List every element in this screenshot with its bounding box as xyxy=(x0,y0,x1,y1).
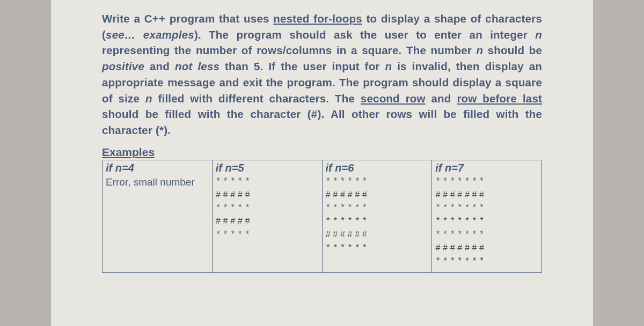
text-bold: square xyxy=(506,76,542,88)
text: . xyxy=(167,124,171,136)
text: representing the number of rows/columns … xyxy=(102,44,477,56)
example-cell-n5: if n=5 ***** ##### ***** ##### ***** xyxy=(212,160,322,273)
text: Write a C++ program that uses xyxy=(102,12,273,25)
text-italic: see… examples xyxy=(106,28,194,41)
text: and xyxy=(144,60,175,72)
pattern-output: ***** ##### ***** ##### ***** xyxy=(216,175,319,242)
column-header: if n=5 xyxy=(216,161,319,174)
text: of size xyxy=(102,92,145,105)
text-underline: nested for-loops xyxy=(273,12,362,25)
example-cell-n4: if n=4 Error, small number xyxy=(103,160,213,273)
pattern-output: ******* ####### ******* ******* ******* … xyxy=(435,175,538,269)
text-italic: not less xyxy=(175,60,219,72)
text-bold: (#) xyxy=(308,108,321,120)
text: ). The program should ask the user to en… xyxy=(194,28,535,41)
examples-heading: Examples xyxy=(102,146,542,159)
problem-statement: Write a C++ program that uses nested for… xyxy=(102,11,542,138)
var-n: n xyxy=(535,28,542,41)
example-cell-n6: if n=6 ****** ###### ****** ****** #####… xyxy=(322,160,432,273)
var-n: n xyxy=(477,44,484,56)
text-bold: (*) xyxy=(156,124,167,136)
text-italic: positive xyxy=(102,60,144,72)
cell-body: Error, small number xyxy=(106,175,209,189)
text: than 5. If the user input for xyxy=(219,60,385,72)
table-row: if n=4 Error, small number if n=5 ***** … xyxy=(103,160,542,273)
examples-table: if n=4 Error, small number if n=5 ***** … xyxy=(102,160,542,273)
text-underline: second row xyxy=(361,92,426,105)
text: filled with different characters. The xyxy=(152,92,361,105)
column-header: if n=4 xyxy=(106,161,209,174)
text: should be filled with the character xyxy=(102,108,308,120)
text-underline: row before last xyxy=(457,92,542,105)
document-page: Write a C++ program that uses nested for… xyxy=(51,0,593,326)
column-header: if n=7 xyxy=(435,161,538,174)
text: should be xyxy=(483,44,542,56)
var-n: n xyxy=(385,60,392,72)
var-n: n xyxy=(145,92,152,105)
text: and xyxy=(426,92,457,105)
example-cell-n7: if n=7 ******* ####### ******* ******* *… xyxy=(432,160,542,273)
pattern-output: ****** ###### ****** ****** ###### *****… xyxy=(326,175,429,255)
column-header: if n=6 xyxy=(326,161,429,174)
